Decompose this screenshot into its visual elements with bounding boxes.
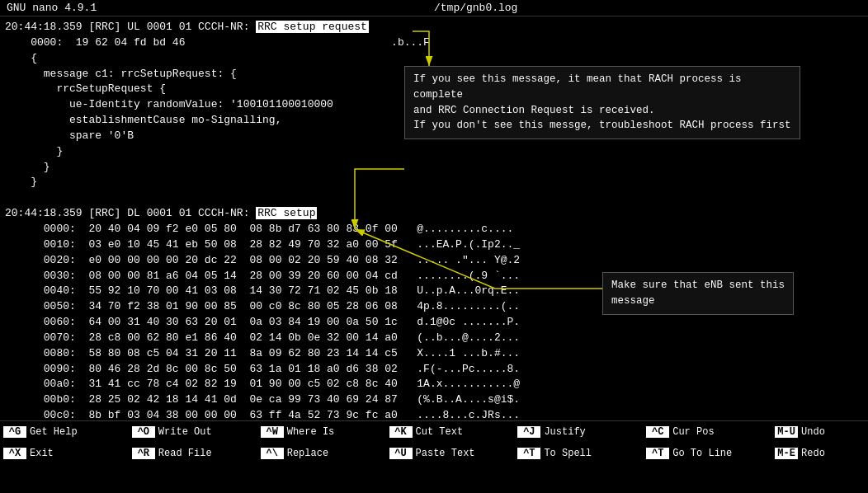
- cmd-key-exit: ^X: [3, 448, 26, 459]
- cmd-label-paste-text: Paste Text: [416, 448, 475, 459]
- cmd-label-replace: Replace: [287, 448, 328, 459]
- cmd-key-replace: ^\: [261, 448, 284, 459]
- cmd-label-undo: Undo: [801, 426, 825, 438]
- file-path: /tmp/gnb0.log: [434, 2, 517, 14]
- cmd-paste-text[interactable]: ^U Paste Text: [386, 443, 515, 464]
- annotation-1-text: If you see this message, it mean that RA…: [413, 73, 791, 131]
- cmd-key-write-out: ^O: [132, 426, 155, 438]
- cmd-key-get-help: ^G: [3, 426, 26, 438]
- cmd-get-help[interactable]: ^G Get Help: [0, 421, 129, 443]
- cmd-go-to-line[interactable]: ^T Go To Line: [643, 443, 771, 464]
- title-right: [855, 2, 861, 14]
- cmd-key-read-file: ^R: [132, 448, 155, 459]
- cmd-label-go-to-line: Go To Line: [672, 448, 732, 459]
- cmd-label-justify: Justify: [544, 426, 585, 438]
- app-title: GNU nano 4.9.1: [7, 2, 97, 14]
- cmd-redo[interactable]: M-E Redo: [771, 443, 868, 464]
- annotation-2-text: Make sure that eNB sent thismessage: [611, 279, 785, 307]
- line-1: 20:44:18.359 [RRC] UL 0001 01 CCCH-NR: R…: [5, 21, 369, 33]
- cmd-undo[interactable]: M-U Undo: [771, 421, 868, 443]
- cmd-label-to-spell: To Spell: [544, 448, 592, 459]
- cmd-cut-text[interactable]: ^K Cut Text: [386, 421, 515, 443]
- cmd-key-redo: M-E: [775, 448, 798, 459]
- cmd-label-redo: Redo: [801, 448, 825, 459]
- cmd-key-justify: ^J: [517, 426, 540, 438]
- cmd-label-where-is: Where Is: [287, 426, 335, 438]
- cmd-justify[interactable]: ^J Justify: [514, 421, 643, 443]
- cmd-key-cut-text: ^K: [389, 426, 413, 438]
- cmd-write-out[interactable]: ^O Write Out: [129, 421, 257, 443]
- cmd-cur-pos[interactable]: ^C Cur Pos: [643, 421, 771, 443]
- cmd-key-where-is: ^W: [261, 426, 284, 438]
- main-content: 20:44:18.359 [RRC] UL 0001 01 CCCH-NR: R…: [0, 16, 868, 420]
- title-bar: GNU nano 4.9.1 /tmp/gnb0.log: [0, 0, 868, 16]
- cmd-label-cur-pos: Cur Pos: [672, 426, 714, 438]
- cmd-row-2: ^X Exit ^R Read File ^\ Replace ^U Paste…: [0, 443, 868, 464]
- cmd-label-exit: Exit: [30, 448, 54, 459]
- status-bar: ^G Get Help ^O Write Out ^W Where Is ^K …: [0, 420, 868, 463]
- cmd-exit[interactable]: ^X Exit: [0, 443, 129, 464]
- cmd-key-paste-text: ^U: [389, 448, 413, 459]
- cmd-read-file[interactable]: ^R Read File: [129, 443, 257, 464]
- cmd-where-is[interactable]: ^W Where Is: [257, 421, 386, 443]
- cmd-key-undo: M-U: [775, 426, 798, 438]
- cmd-replace[interactable]: ^\ Replace: [257, 443, 386, 464]
- annotation-box-1: If you see this message, it mean that RA…: [404, 66, 800, 139]
- cmd-key-to-spell: ^T: [517, 448, 540, 459]
- cmd-label-read-file: Read File: [158, 448, 212, 459]
- cmd-label-get-help: Get Help: [30, 426, 78, 438]
- cmd-key-go-to-line: ^T: [646, 448, 669, 459]
- cmd-to-spell[interactable]: ^T To Spell: [514, 443, 643, 464]
- cmd-key-cur-pos: ^C: [646, 426, 669, 438]
- cmd-label-write-out: Write Out: [158, 426, 212, 438]
- annotation-box-2: Make sure that eNB sent thismessage: [602, 272, 794, 315]
- cmd-label-cut-text: Cut Text: [416, 426, 464, 438]
- cmd-row-1: ^G Get Help ^O Write Out ^W Where Is ^K …: [0, 421, 868, 443]
